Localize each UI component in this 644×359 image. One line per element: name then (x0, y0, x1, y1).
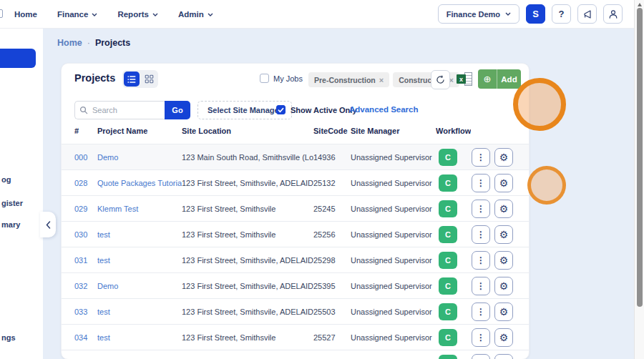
workflow-badge[interactable]: C (439, 149, 457, 166)
refresh-button[interactable] (431, 70, 450, 89)
row-settings-button[interactable]: ⚙ (494, 277, 513, 295)
my-jobs-checkbox[interactable] (260, 74, 269, 83)
row-settings-button[interactable]: ⚙ (494, 174, 513, 192)
my-jobs-filter[interactable]: My Jobs (260, 74, 303, 83)
row-menu-button[interactable]: ⋮ (472, 251, 490, 270)
table-row[interactable]: 033 test 123 First Street, Smithsvile, A… (62, 298, 529, 324)
row-menu-button[interactable]: ⋮ (472, 174, 490, 192)
workflow-badge[interactable]: C (439, 252, 457, 269)
nav-item-admin[interactable]: Admin (178, 10, 213, 19)
project-number-link[interactable]: 032 (74, 282, 97, 290)
show-active-only-checkbox[interactable] (276, 105, 286, 114)
table-row[interactable]: 034 test 123 First Street, Smithsvile 25… (62, 324, 529, 350)
export-excel-button[interactable]: x (457, 71, 474, 88)
header-sitecode[interactable]: SiteCode (313, 127, 351, 144)
row-settings-button[interactable]: ⚙ (494, 148, 513, 167)
workflow-badge[interactable]: C (439, 355, 457, 359)
project-name-link[interactable]: Quote Packages Tutorial (97, 179, 182, 187)
row-menu-button[interactable]: ⋮ (472, 303, 490, 321)
project-name-link[interactable]: Demo (97, 282, 182, 290)
profile-button[interactable] (603, 4, 623, 24)
workflow-badge[interactable]: C (439, 329, 457, 346)
sidebar-item-truncated[interactable]: og (1, 175, 11, 184)
grid-icon (145, 74, 154, 84)
kebab-icon: ⋮ (477, 282, 485, 290)
project-name-link[interactable]: Demo (97, 153, 182, 162)
row-menu-button[interactable]: ⋮ (472, 328, 490, 347)
row-settings-button[interactable]: ⚙ (494, 225, 513, 244)
sidebar-collapse-button[interactable] (40, 212, 56, 237)
add-project-button[interactable]: ⊕ Add (478, 69, 521, 89)
workflow-badge[interactable]: C (439, 277, 457, 295)
site-location-cell: 123 First Street, Smithsvile, ADELAIDE (182, 308, 313, 316)
project-number-link[interactable]: 029 (74, 205, 97, 213)
advanced-search-link[interactable]: Advanced Search (349, 105, 419, 114)
grid-view-button[interactable] (141, 72, 157, 87)
row-menu-button[interactable]: ⋮ (472, 200, 490, 218)
row-settings-button[interactable]: ⚙ (494, 200, 513, 218)
row-menu-button[interactable]: ⋮ (472, 354, 490, 359)
chip-close-icon[interactable]: × (379, 76, 384, 84)
announcements-button[interactable] (577, 4, 597, 24)
workflow-badge[interactable]: C (439, 174, 457, 192)
table-row[interactable]: 032 Demo 123 First Street, Smithsvile, A… (62, 272, 529, 298)
table-row[interactable]: 031 test 123 First Street, Smithsvile, A… (62, 247, 529, 272)
table-row[interactable]: 028 Quote Packages Tutorial 123 First St… (62, 169, 529, 195)
workflow-badge[interactable]: C (439, 303, 457, 320)
header-workflow[interactable]: Workflow (436, 127, 471, 144)
sidebar-item-truncated[interactable]: ngs (1, 333, 16, 342)
row-settings-button[interactable]: ⚙ (494, 354, 513, 359)
scrollbar-up-arrow-icon[interactable] (638, 3, 642, 6)
nav-item-home[interactable]: Home (14, 10, 37, 19)
project-name-link[interactable]: test (97, 308, 182, 316)
user-initial-button[interactable]: S (526, 4, 545, 24)
row-menu-button[interactable]: ⋮ (472, 148, 490, 167)
sidebar-item-truncated[interactable]: gister (1, 199, 23, 207)
row-menu-button[interactable]: ⋮ (472, 277, 490, 295)
scrollbar-thumb[interactable] (637, 8, 643, 307)
project-number-link[interactable]: 000 (74, 153, 97, 162)
project-name-link[interactable]: test (97, 230, 182, 239)
row-settings-button[interactable]: ⚙ (494, 328, 513, 347)
sitecode-cell: 25298 (313, 256, 351, 265)
table-row[interactable]: 029 Klemm Test 123 First Street, Smithsv… (62, 195, 529, 221)
sidebar-active-item[interactable] (0, 49, 36, 68)
header-site-location[interactable]: Site Location (182, 127, 313, 144)
project-name-link[interactable]: test (97, 333, 182, 342)
tenant-selector[interactable]: Finance Demo (438, 4, 519, 24)
project-name-link[interactable]: Klemm Test (97, 205, 182, 213)
workflow-badge[interactable]: C (439, 200, 457, 217)
row-menu-button[interactable]: ⋮ (472, 225, 490, 244)
header-number[interactable]: # (74, 127, 97, 144)
site-manager-cell: Unassigned Supervisor (351, 308, 436, 316)
row-settings-button[interactable]: ⚙ (494, 251, 513, 270)
project-number-link[interactable]: 033 (74, 308, 97, 316)
table-row-partial[interactable]: C ⋮ ⚙ (62, 350, 529, 359)
sidebar-item-truncated[interactable]: mary (1, 220, 20, 229)
gear-icon: ⚙ (499, 307, 509, 317)
annotation-circle-settings-button (527, 166, 566, 205)
nav-item-finance[interactable]: Finance (57, 10, 97, 19)
project-name-link[interactable]: test (97, 256, 182, 265)
project-number-link[interactable]: 028 (74, 179, 97, 187)
go-button[interactable]: Go (165, 101, 190, 119)
help-button[interactable]: ? (552, 4, 571, 24)
show-active-only-filter[interactable]: Show Active Only (276, 105, 357, 114)
header-site-manager[interactable]: Site Manager (351, 127, 436, 144)
table-row[interactable]: 030 test 123 First Street, Smithsvile 25… (62, 221, 529, 247)
list-view-button[interactable] (124, 72, 140, 87)
vertical-scrollbar[interactable] (634, 0, 644, 359)
row-settings-button[interactable]: ⚙ (494, 303, 513, 321)
project-number-link[interactable]: 034 (74, 333, 97, 342)
table-row[interactable]: 000 Demo 123 Main South Road, Smithsvill… (62, 144, 529, 169)
project-number-link[interactable]: 030 (74, 230, 97, 239)
nav-item-reports[interactable]: Reports (117, 10, 157, 19)
site-location-cell: 123 First Street, Smithsvile (182, 205, 313, 213)
workflow-badge[interactable]: C (439, 226, 457, 243)
site-manager-cell: Unassigned Supervisor (351, 230, 436, 239)
header-project-name[interactable]: Project Name (97, 127, 182, 144)
filter-chip-pre-construction[interactable]: Pre-Construction × (308, 72, 389, 87)
project-number-link[interactable]: 031 (74, 256, 97, 265)
plus-circle-icon: ⊕ (478, 74, 497, 84)
breadcrumb-home-link[interactable]: Home (57, 38, 82, 48)
